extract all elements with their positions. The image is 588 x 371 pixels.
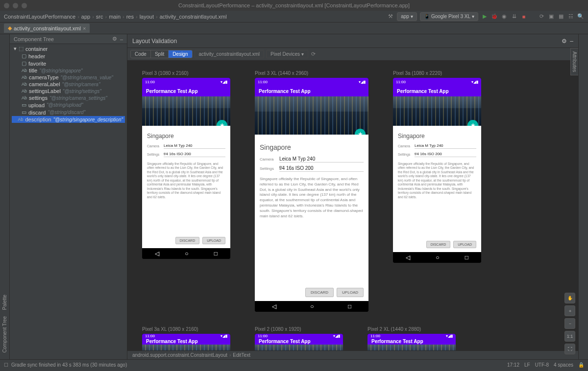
status-lineending[interactable]: LF: [524, 362, 530, 368]
pan-icon[interactable]: ✋: [564, 293, 575, 303]
gear-icon[interactable]: ⚙: [562, 38, 567, 45]
hide-icon[interactable]: –: [570, 38, 573, 45]
device-preview[interactable]: 11:00▾◢▮ Performance Test App ★ Singapor…: [393, 78, 481, 263]
avd-icon[interactable]: ▣: [548, 13, 555, 20]
right-gutter: [578, 34, 588, 359]
editor-tab[interactable]: ◆ activity_constraintlayout.xml ×: [4, 23, 90, 33]
file-chip[interactable]: activity_constraintlayout.xml: [195, 50, 265, 58]
device-preview[interactable]: 11:00▾◢▮ Performance Test App ★ Singapor…: [255, 78, 368, 312]
layout-editor: Layout Validation ⚙ – Code Split Design …: [127, 34, 578, 359]
device-label: Pixel 3a (1080 x 2220): [393, 70, 481, 76]
search-icon[interactable]: 🔍: [577, 13, 584, 20]
profile-icon[interactable]: ◉: [501, 13, 508, 20]
zoom-fit-icon[interactable]: ⛶: [564, 344, 575, 354]
attributes-tab[interactable]: Attributes: [570, 48, 578, 75]
device-label: Pixel 2 (1080 x 1920): [255, 326, 343, 332]
editor-mode-bar: Code Split Design activity_constraintlay…: [127, 48, 578, 61]
layout-validation-header: Layout Validation ⚙ –: [127, 34, 578, 48]
status-time: 17:12: [507, 362, 519, 368]
layout-breadcrumb[interactable]: android.support.constraint.ConstraintLay…: [127, 350, 578, 359]
device-preview[interactable]: 11:00▾◢▮ Performance Test App ★: [142, 334, 230, 350]
refresh-icon[interactable]: ⟳: [310, 51, 317, 58]
tree-item-cameraType[interactable]: Ab cameraType "@string/camera_value": [12, 74, 125, 81]
lock-icon[interactable]: 🔒: [578, 362, 584, 368]
zoom-out-icon[interactable]: －: [564, 318, 575, 329]
device-preview-canvas[interactable]: Pixel 3 (1080 x 2160) 11:00▾◢▮ Performan…: [127, 61, 578, 350]
tree-item-upload[interactable]: ▭ upload "@string/upload": [12, 101, 125, 109]
window-titlebar: ConstraintLayoutPerformance – activity_c…: [0, 0, 588, 11]
component-tree-tab[interactable]: Component Tree: [1, 313, 8, 356]
close-icon[interactable]: ×: [83, 25, 86, 31]
main-toolbar: ConstraintLayoutPerformance›app›src›main…: [0, 11, 588, 23]
zoom-reset-button[interactable]: 1:1: [564, 331, 575, 342]
editor-tabs: ◆ activity_constraintlayout.xml ×: [0, 23, 588, 34]
device-label: Pixel 3 XL (1440 x 2960): [255, 70, 368, 76]
structure-icon[interactable]: ☷: [567, 13, 574, 20]
status-bar: ☐ Gradle sync finished in 43 s 383 ms (3…: [0, 359, 588, 370]
tree-item-settings[interactable]: Ab settings "@string/camera_settings": [12, 94, 125, 101]
split-mode-button[interactable]: Split: [151, 50, 169, 58]
panel-header: Component Tree ⚙ –: [10, 34, 127, 44]
debug-icon[interactable]: 🐞: [491, 13, 498, 20]
status-message: Gradle sync finished in 43 s 383 ms (30 …: [11, 362, 127, 368]
left-gutter: Palette Component Tree: [0, 34, 10, 359]
tree-item-title[interactable]: Ab title "@string/singapore": [12, 67, 125, 74]
tree-item-discard[interactable]: ▭ discard "@string/discard": [12, 109, 125, 116]
devices-chip[interactable]: Pixel Devices ▾: [266, 50, 308, 58]
breadcrumb[interactable]: ConstraintLayoutPerformance›app›src›main…: [4, 14, 227, 20]
fab-icon: ★: [467, 120, 478, 126]
device-label: Pixel 2 XL (1440 x 2880): [368, 326, 456, 332]
component-tree[interactable]: ▾ ⬚ container▢ header ▢ favorite Ab titl…: [10, 44, 127, 359]
view-mode-group: Code Split Design: [130, 50, 193, 58]
device-label: Pixel 3 (1080 x 2160): [142, 70, 230, 76]
zoom-in-icon[interactable]: ＋: [564, 305, 575, 316]
zoom-controls: ✋ ＋ － 1:1 ⛶: [564, 293, 575, 354]
fab-icon: ★: [355, 129, 366, 135]
hammer-icon[interactable]: ⚒: [387, 13, 394, 20]
component-tree-panel: Component Tree ⚙ – ▾ ⬚ container▢ header…: [10, 34, 127, 359]
status-indent[interactable]: 4 spaces: [554, 362, 573, 368]
device-label: Pixel 3a XL (1080 x 2160): [142, 326, 230, 332]
tree-item-header[interactable]: ▢ header: [12, 52, 125, 60]
status-icon: ☐: [4, 362, 8, 368]
fab-icon: ★: [217, 120, 227, 126]
design-mode-button[interactable]: Design: [169, 50, 192, 58]
tree-item-favorite[interactable]: ▢ favorite: [12, 60, 125, 67]
attach-icon[interactable]: ⇊: [511, 13, 517, 20]
tree-item-cameraLabel[interactable]: Ab cameraLabel "@string/camera": [12, 81, 125, 88]
run-config-dropdown[interactable]: app ▾: [397, 12, 417, 21]
stop-icon[interactable]: ■: [520, 13, 527, 20]
traffic-lights[interactable]: [4, 3, 27, 8]
window-title: ConstraintLayoutPerformance – activity_c…: [178, 2, 410, 8]
tree-item-description[interactable]: Ab description "@string/singapore_descri…: [12, 116, 125, 123]
sdk-icon[interactable]: ▦: [558, 13, 564, 20]
hide-icon[interactable]: –: [120, 36, 123, 42]
status-encoding[interactable]: UTF-8: [535, 362, 549, 368]
device-preview[interactable]: 11:00▾◢▮ Performance Test App ★: [368, 334, 456, 350]
tree-item-settingsLabel[interactable]: Ab settingsLabel "@string/settings": [12, 88, 125, 94]
palette-tab[interactable]: Palette: [1, 292, 8, 313]
gear-icon[interactable]: ⚙: [112, 36, 117, 42]
device-dropdown[interactable]: 📱 Google Pixel 3 XL ▾: [420, 12, 478, 21]
code-mode-button[interactable]: Code: [131, 50, 151, 58]
device-preview[interactable]: 11:00▾◢▮ Performance Test App ★: [255, 334, 343, 350]
run-icon[interactable]: ▶: [481, 13, 488, 20]
sync-icon[interactable]: ⟳: [538, 13, 545, 20]
device-preview[interactable]: 11:00▾◢▮ Performance Test App ★ Singapor…: [142, 78, 230, 259]
